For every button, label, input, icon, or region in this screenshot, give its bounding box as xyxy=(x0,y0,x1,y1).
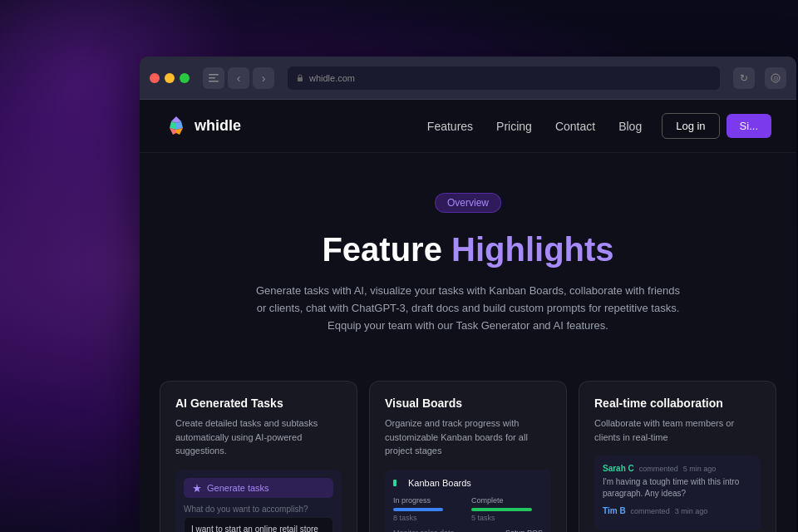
site-nav: whidle Features Pricing Contact Blog Log… xyxy=(140,100,796,153)
browser-window: ‹ › whidle.com ↻ ⊙ xyxy=(140,57,796,532)
sparkle-icon xyxy=(192,483,202,493)
comment-sarah: Sarah C commented 5 min ago I'm having a… xyxy=(603,464,752,500)
comment-tim: Tim B commented 3 min ago xyxy=(603,506,752,515)
kanban-preview: Kanban Boards In progress 8 tasks Comple… xyxy=(385,470,551,532)
browser-controls: ‹ › xyxy=(203,67,274,89)
card-title-visual-boards: Visual Boards xyxy=(385,397,551,410)
svg-text:⊙: ⊙ xyxy=(773,75,779,82)
comment-header-tim: Tim B commented 3 min ago xyxy=(603,506,752,515)
kanban-bottom: Monitor sales data Setup POS xyxy=(393,529,543,532)
card-desc-visual-boards: Organize and track progress with customi… xyxy=(385,416,551,458)
kanban-monitor-tag: Monitor sales data xyxy=(393,529,455,532)
nav-pricing[interactable]: Pricing xyxy=(496,120,532,133)
feature-card-visual-boards: Visual Boards Organize and track progres… xyxy=(369,381,567,532)
kanban-header: Kanban Boards xyxy=(393,478,543,488)
nav-blog[interactable]: Blog xyxy=(618,120,642,133)
kanban-col-header-2: Complete xyxy=(471,496,543,505)
browser-chrome: ‹ › whidle.com ↻ ⊙ xyxy=(140,57,796,100)
generate-tasks-btn[interactable]: Generate tasks xyxy=(184,478,333,498)
kanban-bar-complete xyxy=(471,508,532,511)
comment-time-sarah: 5 min ago xyxy=(683,465,717,473)
hero-subtitle: Generate tasks with AI, visualize your t… xyxy=(252,283,684,334)
card-desc-collab: Collaborate with team members or clients… xyxy=(594,416,761,444)
logo[interactable]: whidle xyxy=(165,115,241,138)
nav-links: Features Pricing Contact Blog xyxy=(427,120,642,133)
maximize-button[interactable] xyxy=(180,73,190,83)
hero-title-highlight: Highlights xyxy=(451,231,614,268)
nav-features[interactable]: Features xyxy=(427,120,473,133)
svg-rect-3 xyxy=(298,77,303,81)
features-grid: AI Generated Tasks Create detailed tasks… xyxy=(140,361,796,532)
forward-button[interactable]: › xyxy=(253,67,274,89)
kanban-setup-label: Setup POS xyxy=(505,529,543,532)
login-button[interactable]: Log in xyxy=(662,113,719,139)
desktop: ‹ › whidle.com ↻ ⊙ xyxy=(0,0,798,532)
kanban-count-2: 5 tasks xyxy=(471,514,543,522)
ai-input-text: I want to start an online retail store w… xyxy=(184,517,333,532)
card-title-collab: Real-time collaboration xyxy=(594,397,761,410)
feature-card-collab: Real-time collaboration Collaborate with… xyxy=(579,381,776,532)
sidebar-toggle[interactable] xyxy=(203,67,224,89)
card-desc-ai-tasks: Create detailed tasks and subtasks autom… xyxy=(175,416,342,458)
svg-rect-1 xyxy=(209,77,215,79)
collab-preview: Sarah C commented 5 min ago I'm having a… xyxy=(594,456,761,530)
kanban-icon xyxy=(393,478,403,488)
ai-input-label: What do you want to accomplish? xyxy=(184,505,333,514)
svg-rect-2 xyxy=(209,81,219,82)
kanban-col-complete: Complete 5 tasks xyxy=(471,496,543,522)
back-button[interactable]: ‹ xyxy=(228,67,249,89)
url-text: whidle.com xyxy=(309,73,355,83)
svg-rect-11 xyxy=(393,480,397,486)
generate-tasks-label: Generate tasks xyxy=(207,483,269,493)
comment-user-tim: Tim B xyxy=(603,506,626,515)
card-title-ai-tasks: AI Generated Tasks xyxy=(175,397,342,410)
comment-user-sarah: Sarah C xyxy=(603,464,634,473)
kanban-col-inprogress: In progress 8 tasks xyxy=(393,496,465,522)
logo-icon xyxy=(165,115,188,138)
share-button[interactable]: ⊙ xyxy=(765,67,786,89)
minimize-button[interactable] xyxy=(165,73,175,83)
nav-contact[interactable]: Contact xyxy=(555,120,595,133)
share-icon: ⊙ xyxy=(771,73,781,83)
kanban-bar-inprogress xyxy=(393,508,443,511)
nav-actions: Log in Si... xyxy=(662,113,771,139)
overview-badge: Overview xyxy=(435,193,501,213)
comment-text-sarah: I'm having a tough time with this intro … xyxy=(603,476,752,500)
comment-header-sarah: Sarah C commented 5 min ago xyxy=(603,464,752,473)
kanban-columns: In progress 8 tasks Complete 5 tasks xyxy=(393,496,543,522)
reload-button[interactable]: ↻ xyxy=(733,67,755,89)
hero-section: Overview Feature Highlights Generate tas… xyxy=(140,153,796,361)
kanban-col-header-1: In progress xyxy=(393,496,465,505)
comment-action-sarah: commented xyxy=(639,465,678,473)
hero-title-plain: Feature xyxy=(322,231,451,268)
hero-title: Feature Highlights xyxy=(165,229,771,269)
ai-tasks-preview: Generate tasks What do you want to accom… xyxy=(175,470,342,532)
feature-card-ai-tasks: AI Generated Tasks Create detailed tasks… xyxy=(160,381,357,532)
close-button[interactable] xyxy=(150,73,160,83)
traffic-lights xyxy=(150,73,190,83)
lock-icon xyxy=(296,74,304,82)
signup-button[interactable]: Si... xyxy=(727,114,771,138)
page-content: whidle Features Pricing Contact Blog Log… xyxy=(140,100,796,532)
kanban-title: Kanban Boards xyxy=(408,478,471,488)
kanban-count-1: 8 tasks xyxy=(393,514,465,522)
svg-rect-0 xyxy=(209,74,219,76)
comment-time-tim: 3 min ago xyxy=(675,507,708,515)
address-bar[interactable]: whidle.com xyxy=(288,66,720,90)
comment-action-tim: commented xyxy=(631,507,670,515)
logo-text: whidle xyxy=(195,117,241,135)
